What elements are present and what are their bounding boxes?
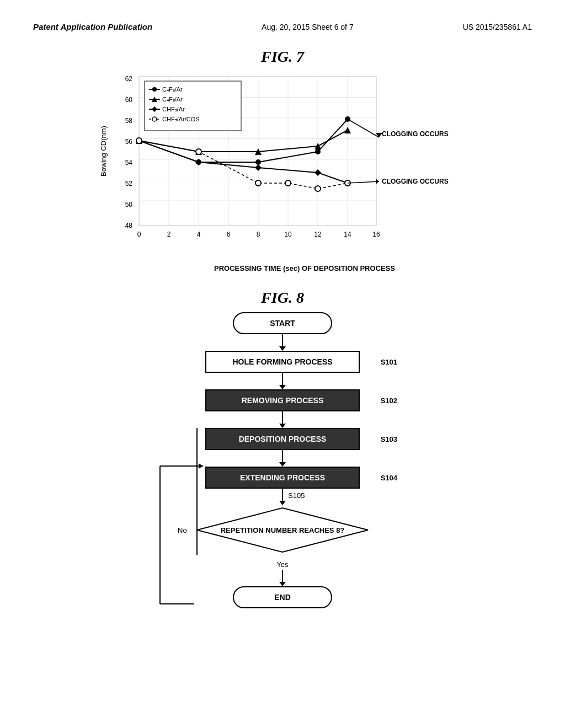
svg-text:CHF₃/Ar: CHF₃/Ar [162, 106, 185, 113]
arrow-4 [279, 450, 286, 467]
svg-text:48: 48 [125, 222, 133, 229]
svg-text:C₄F₈/Ar: C₄F₈/Ar [162, 96, 183, 103]
flow-row-s103: DEPOSITION PROCESS S103 [205, 428, 360, 450]
svg-text:CLOGGING OCCURS: CLOGGING OCCURS [382, 130, 449, 138]
fig7-title: FIG. 7 [33, 48, 532, 66]
flow-s104: EXTENDING PROCESS S104 [205, 467, 360, 489]
header-right: US 2015/235861 A1 [463, 23, 532, 31]
flow-row-s104: EXTENDING PROCESS S104 [205, 467, 360, 489]
flow-row-s102: REMOVING PROCESS S102 [205, 389, 360, 411]
svg-point-53 [255, 180, 261, 186]
svg-text:C₄F₆/Ar: C₄F₆/Ar [162, 86, 183, 93]
svg-text:60: 60 [125, 96, 133, 104]
svg-point-65 [152, 87, 157, 92]
arrow-5-container: S105 [279, 489, 286, 505]
page-header: Patent Application Publication Aug. 20, … [33, 22, 532, 31]
svg-text:6: 6 [227, 231, 231, 238]
chart-container: 48 50 52 54 56 58 60 62 0 2 4 6 8 10 12 … [33, 71, 532, 259]
svg-text:Bowing CD(nm): Bowing CD(nm) [99, 126, 108, 176]
svg-text:56: 56 [125, 138, 133, 146]
svg-text:12: 12 [314, 231, 322, 238]
arrow-3 [279, 411, 286, 428]
arrow-1 [279, 334, 286, 351]
chart-wrapper: 48 50 52 54 56 58 60 62 0 2 4 6 8 10 12 … [95, 71, 470, 259]
svg-text:52: 52 [125, 180, 133, 188]
svg-text:62: 62 [125, 75, 133, 83]
svg-text:2: 2 [167, 231, 171, 238]
svg-point-51 [136, 138, 142, 143]
svg-marker-60 [376, 179, 379, 184]
svg-text:54: 54 [125, 159, 133, 167]
page: Patent Application Publication Aug. 20, … [0, 0, 565, 728]
loop-svg [194, 555, 371, 566]
step-s104-label: S104 [381, 474, 397, 482]
diamond-text: REPETITION NUMBER REACHES 8? [221, 526, 345, 534]
no-label: No [178, 526, 187, 534]
svg-point-38 [255, 159, 261, 165]
flowchart: START HOLE FORMING PROCESS S101 REMOVING… [33, 312, 532, 608]
svg-point-39 [315, 149, 321, 154]
svg-text:0: 0 [137, 231, 141, 238]
svg-point-54 [285, 180, 291, 186]
header-left: Patent Application Publication [33, 22, 152, 31]
svg-text:4: 4 [197, 231, 201, 238]
svg-point-52 [196, 149, 201, 154]
svg-text:10: 10 [284, 231, 292, 238]
arrow-2 [279, 373, 286, 389]
x-axis-label: PROCESSING TIME (sec) OF DEPOSITION PROC… [77, 264, 532, 272]
flow-s103: DEPOSITION PROCESS S103 [205, 428, 360, 450]
fig8-title: FIG. 8 [33, 289, 532, 307]
flow-end: END [233, 586, 332, 608]
loop-arrow-container [194, 555, 371, 566]
svg-text:16: 16 [372, 231, 380, 238]
step-s103-label: S103 [381, 435, 397, 443]
s105-label: S105 [288, 491, 305, 500]
header-center: Aug. 20, 2015 Sheet 6 of 7 [262, 23, 354, 31]
flow-s101: HOLE FORMING PROCESS S101 [205, 351, 360, 373]
flow-start: START [233, 312, 332, 334]
svg-text:CLOGGING OCCURS: CLOGGING OCCURS [382, 178, 449, 185]
svg-text:CHF₃/Ar/COS: CHF₃/Ar/COS [162, 116, 200, 122]
flow-diamond-container: REPETITION NUMBER REACHES 8? No [194, 505, 371, 555]
svg-text:50: 50 [125, 201, 133, 208]
step-s102-label: S102 [381, 397, 397, 405]
flow-row-s101: HOLE FORMING PROCESS S101 [205, 351, 360, 373]
step-s101-label: S101 [381, 358, 397, 366]
svg-text:58: 58 [125, 117, 133, 125]
svg-rect-63 [145, 81, 241, 131]
svg-text:8: 8 [257, 231, 260, 238]
chart-svg: 48 50 52 54 56 58 60 62 0 2 4 6 8 10 12 … [95, 71, 470, 259]
svg-text:14: 14 [344, 231, 351, 238]
svg-point-74 [152, 117, 157, 121]
svg-point-55 [315, 186, 321, 191]
flow-s102: REMOVING PROCESS S102 [205, 389, 360, 411]
